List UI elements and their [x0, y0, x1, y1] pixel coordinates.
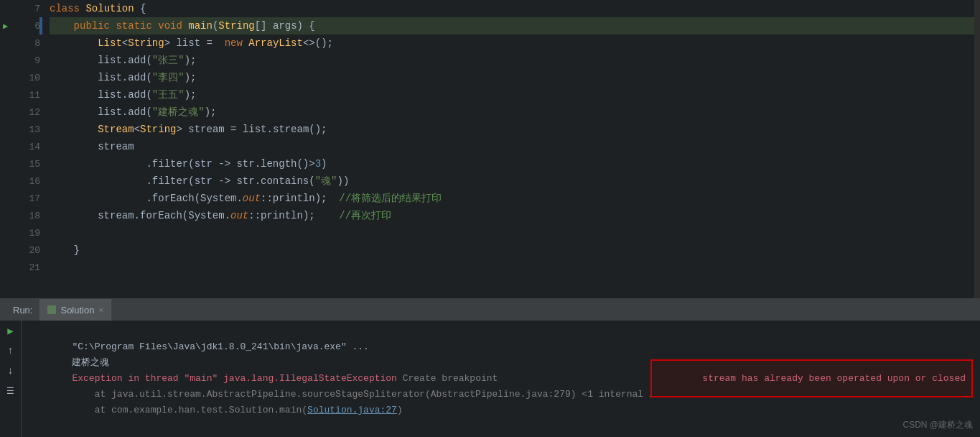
code-text: > stream = list.stream();	[176, 121, 327, 138]
gutter-line: 13	[0, 121, 39, 138]
gutter-line: 11	[0, 86, 39, 104]
line-number: 6	[26, 21, 40, 32]
field-out: out	[243, 190, 261, 207]
classname: String	[218, 17, 254, 34]
code-text: (	[213, 17, 218, 34]
code-editor[interactable]: class Solution { public static void main…	[42, 0, 974, 298]
error-highlight-box: stream has already been operated upon or…	[650, 359, 973, 397]
line-number: 9	[26, 55, 40, 66]
code-text: .forEach(System.	[50, 190, 243, 207]
code-text: stream	[50, 138, 134, 155]
classname: Solution	[85, 0, 134, 17]
gutter-line: 17	[0, 190, 39, 207]
code-text: );	[185, 69, 197, 86]
breakpoint-dot	[16, 109, 23, 116]
code-text: <>();	[303, 34, 333, 52]
function-name: main	[188, 17, 213, 34]
error-middle: Create breakpoint	[397, 373, 498, 384]
code-text: <	[122, 34, 128, 52]
code-line: public static void main(String[] args) {	[50, 17, 974, 34]
cmd-text: "C:\Program Files\Java\jdk1.8.0_241\bin\…	[72, 341, 368, 352]
code-text: > list =	[164, 34, 225, 52]
code-line: list.add("建桥之魂");	[50, 104, 974, 121]
error-box-text: stream has already been operated upon or…	[702, 373, 966, 384]
code-line: Stream<String> stream = list.stream();	[50, 121, 974, 138]
code-line: list.add("李四");	[50, 69, 974, 86]
gutter-line: 8	[0, 34, 39, 52]
scroll-up-button[interactable]: ↑	[4, 344, 18, 358]
breakpoint-dot	[16, 160, 23, 167]
gutter-line: 14	[0, 138, 39, 155]
gutter-line: 21	[0, 259, 39, 276]
code-line: list.add("张三");	[50, 52, 974, 69]
code-line: List<String> list = new ArrayList<>();	[50, 34, 974, 52]
wrap-lines-button[interactable]: ☰	[4, 384, 18, 398]
editor-area: 7 ▶ 6 8 9 10 11 12	[0, 0, 980, 298]
line-number: 14	[26, 142, 40, 152]
code-text: .filter(str -> str.contains(	[50, 172, 315, 190]
scroll-down-button[interactable]: ↓	[4, 364, 18, 378]
code-text: <	[134, 121, 140, 138]
breakpoint-dot	[16, 40, 23, 47]
line-number: 10	[26, 73, 40, 83]
run-button[interactable]: ▶	[4, 323, 18, 338]
breakpoint-dot	[16, 143, 23, 150]
comment-text: //再次打印	[339, 207, 391, 224]
solution-tab[interactable]: Solution ×	[39, 299, 111, 321]
breakpoint-dot	[16, 126, 23, 133]
code-text: {	[134, 0, 146, 17]
code-line: stream	[50, 138, 974, 155]
gutter-line: 20	[0, 242, 39, 259]
output-cmd-line: "C:\Program Files\Java\jdk1.8.0_241\bin\…	[27, 323, 974, 339]
result-text: 建桥之魂	[72, 357, 109, 368]
code-line: .filter(str -> str.contains("魂"))	[50, 172, 974, 190]
console-area: ▶ ↑ ↓ ☰ "C:\Program Files\Java\jdk1.8.0_…	[0, 321, 980, 437]
vertical-scrollbar[interactable]	[974, 0, 980, 298]
code-text: list.add(	[50, 52, 152, 69]
tabs-bar: Run: Solution ×	[0, 299, 980, 321]
console-output: "C:\Program Files\Java\jdk1.8.0_241\bin\…	[22, 321, 980, 437]
code-line: .filter(str -> str.length()>3)	[50, 155, 974, 172]
line-number: 8	[26, 38, 40, 49]
gutter-line: 15	[0, 155, 39, 172]
classname: String	[140, 121, 176, 138]
code-text	[182, 17, 188, 34]
code-text: );	[185, 52, 197, 69]
code-line: .forEach(System.out::println); //将筛选后的结果…	[50, 190, 974, 207]
code-text: .filter(str -> str.length()>	[50, 155, 315, 172]
string-literal: "王五"	[152, 86, 185, 104]
line-number: 16	[26, 176, 40, 187]
code-line: list.add("王五");	[50, 86, 974, 104]
string-literal: "魂"	[315, 172, 337, 190]
gutter-line: 7	[0, 0, 39, 17]
bottom-panel: Run: Solution × ▶ ↑ ↓ ☰ "C:\Program File…	[0, 298, 980, 437]
comment-text: //将筛选后的结果打印	[339, 190, 442, 207]
keyword: new	[225, 34, 243, 52]
keyword: void	[158, 17, 182, 34]
breakpoint-dot	[16, 247, 23, 254]
run-label: Run:	[6, 305, 39, 316]
line-gutter: 7 ▶ 6 8 9 10 11 12	[0, 0, 39, 298]
gutter-line: 12	[0, 104, 39, 121]
code-line: stream.forEach(System.out::println); //再…	[50, 207, 974, 224]
breakpoint-dot	[16, 74, 23, 81]
keyword: public	[74, 17, 110, 34]
breakpoint-dot	[16, 57, 23, 64]
classname: String	[128, 34, 164, 52]
breakpoint-dot	[16, 212, 23, 219]
classname: ArrayList	[248, 34, 303, 52]
code-text: [] args) {	[255, 17, 315, 34]
tab-close-button[interactable]: ×	[98, 305, 103, 314]
code-text: )	[321, 155, 327, 172]
stack-link[interactable]: Solution.java:27	[307, 405, 397, 415]
gutter-line: 9	[0, 52, 39, 69]
classname: List	[98, 34, 122, 52]
breakpoint-dot	[16, 195, 23, 202]
string-literal: "建桥之魂"	[152, 104, 205, 121]
gutter-line: 18	[0, 207, 39, 224]
console-sidebar: ▶ ↑ ↓ ☰	[0, 321, 22, 437]
code-line: }	[50, 242, 974, 259]
code-line: class Solution {	[50, 0, 974, 17]
classname: Stream	[98, 121, 134, 138]
gutter-line: ▶ 6	[0, 17, 39, 34]
